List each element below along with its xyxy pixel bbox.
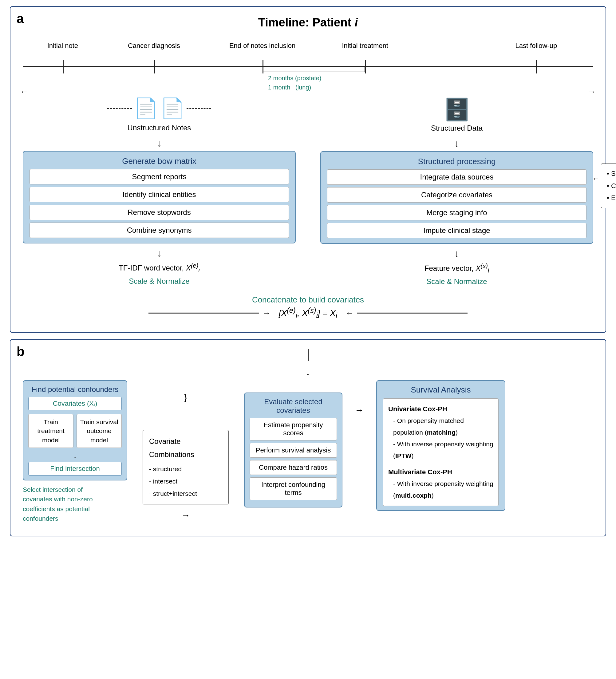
step-identify-entities: Identify clinical entities	[30, 187, 289, 202]
train-survival-box: Train survival outcome model	[76, 414, 122, 448]
iptw-bold: IPTW	[395, 452, 412, 459]
timeline-bracket	[262, 67, 365, 72]
col-left-b: Find potential confounders Covariates (X…	[23, 380, 127, 523]
arrow-to-survival: →	[355, 405, 364, 415]
bow-matrix-title: Generate bow matrix	[30, 157, 289, 166]
evaluate-box: Evaluate selected covariates Estimate pr…	[244, 392, 343, 508]
combo-item-2: - intersect	[149, 475, 222, 487]
arrow-to-feature: ↓	[454, 248, 459, 259]
step-segment-reports: Segment reports	[30, 169, 289, 185]
vertical-connector	[308, 349, 309, 361]
source-2: • CCR	[607, 180, 616, 192]
concat-right-arrow: →	[259, 308, 274, 318]
structured-box-wrapper: Structured processing Integrate data sou…	[320, 151, 593, 246]
col-survival-b: Survival Analysis Univariate Cox-PH - On…	[376, 380, 505, 511]
eval-step-2: Perform survival analysis	[250, 443, 337, 458]
timeline-arrow-right: →	[588, 87, 596, 97]
step-categorize: Categorize covariates	[327, 187, 586, 202]
sources-arrow: ←	[592, 174, 599, 183]
dotted-left	[107, 108, 132, 109]
tick-last-followup	[536, 60, 537, 73]
col-eval-b: Evaluate selected covariates Estimate pr…	[244, 392, 343, 508]
survival-sub-2: Multivariate Cox-PH	[388, 466, 493, 478]
eval-step-1: Estimate propensity scores	[250, 418, 337, 441]
arrow-to-structured: ↓	[454, 138, 459, 150]
b-main-row: Find potential confounders Covariates (X…	[23, 380, 593, 523]
scale-right: Scale & Normalize	[426, 277, 487, 286]
down-arrow-symbol: ↓	[306, 367, 310, 377]
label-last-followup: Last follow-up	[516, 41, 557, 51]
structured-data-label: Structured Data	[431, 124, 483, 132]
panel-a: a Timeline: Patient i ← → Initial note C…	[10, 6, 606, 333]
step-integrate: Integrate data sources	[327, 169, 586, 185]
tick-initial-note	[63, 60, 64, 73]
source-3: • EPIC	[607, 192, 616, 204]
panel-title: Timeline: Patient i	[23, 16, 593, 29]
notes-icon-row: 📄 📄	[107, 97, 211, 120]
covariates-bar: Covariates (Xᵢ)	[28, 397, 122, 410]
survival-title: Survival Analysis	[383, 385, 498, 395]
panel-b: b ↓ Find potential confounders Covariate…	[10, 339, 606, 537]
concat-formula: [X(e)i, X(s)i] = Xi	[274, 306, 342, 320]
db-icon: 🗄️	[444, 97, 470, 122]
step-remove-stopwords: Remove stopwords	[30, 205, 289, 220]
bow-matrix-box: Generate bow matrix Segment reports Iden…	[23, 151, 296, 244]
sources-box: • SCIRDB • CCR • EPIC	[601, 164, 616, 208]
panel-b-label: b	[17, 344, 25, 359]
combo-items: - structured - intersect - struct+inters…	[149, 463, 222, 500]
note-icon-2: 📄	[160, 97, 185, 120]
covariate-combo-box: Covariate Combinations - structured - in…	[142, 430, 229, 505]
tick-cancer-diagnosis	[154, 60, 155, 73]
label-initial-treatment: Initial treatment	[342, 41, 388, 51]
tfidf-output: TF-IDF word vector, X(e)i	[119, 262, 200, 274]
panel-title-italic: i	[355, 16, 358, 29]
multicoxph-bold: multi.coxph	[395, 492, 431, 499]
select-text: Select intersection of covariates with n…	[23, 485, 109, 523]
arrow-to-bow: ↓	[157, 138, 162, 149]
concat-arrow-row: → [X(e)i, X(s)i] = Xi ←	[23, 306, 593, 320]
diagram-columns: 📄 📄 Unstructured Notes ↓ Generate bow ma…	[23, 97, 593, 288]
panel-a-label: a	[17, 11, 24, 26]
concat-line-right	[357, 313, 467, 314]
concat-line-left	[149, 313, 259, 314]
concat-left-arrow: ←	[342, 308, 357, 318]
survival-content: Univariate Cox-PH - On propensity matche…	[383, 398, 498, 506]
timeline-arrow-left: ←	[20, 87, 28, 97]
find-intersection-bar: Find intersection	[28, 462, 122, 476]
train-treatment-box: Train treatment model	[28, 414, 73, 448]
survival-item-1: - On propensity matched population (matc…	[388, 415, 493, 438]
panel-connector	[23, 349, 593, 361]
arrow-to-intersection: ↓	[28, 452, 122, 460]
arrow-to-tfidf: ↓	[157, 248, 162, 259]
combo-item-1: - structured	[149, 463, 222, 475]
label-end-notes: End of notes inclusion	[229, 41, 295, 51]
col-mid-b: } Covariate Combinations - structured - …	[139, 392, 232, 520]
survival-item-2: - With inverse propensity weighting (IPT…	[388, 438, 493, 462]
train-row: Train treatment model Train survival out…	[28, 414, 122, 448]
combo-item-3: - struct+intersect	[149, 487, 222, 500]
label-cancer-diagnosis: Cancer diagnosis	[128, 41, 180, 51]
scale-left: Scale & Normalize	[129, 277, 189, 286]
concat-label: Concatenate to build covariates	[23, 295, 593, 304]
survival-item-3: - With inverse propensity weighting (mul…	[388, 478, 493, 501]
right-column: 🗄️ Structured Data ↓ Structured processi…	[320, 97, 593, 288]
tick-initial-treatment	[365, 60, 366, 73]
feature-output: Feature vector, X(s)i	[424, 262, 489, 274]
survival-box: Survival Analysis Univariate Cox-PH - On…	[376, 380, 505, 511]
structured-title: Structured processing	[327, 157, 586, 166]
bracket-label: 2 months (prostate) 1 month (lung)	[268, 73, 321, 92]
evaluate-title: Evaluate selected covariates	[250, 397, 337, 415]
step-merge-staging: Merge staging info	[327, 205, 586, 220]
dotted-right	[187, 108, 211, 109]
down-arrow-ab: ↓	[23, 367, 593, 377]
step-combine-synonyms: Combine synonyms	[30, 223, 289, 238]
confounders-title: Find potential confounders	[28, 385, 122, 394]
eval-step-4: Interpret confounding terms	[250, 477, 337, 500]
eval-step-3: Compare hazard ratios	[250, 460, 337, 475]
label-initial-note: Initial note	[47, 41, 78, 51]
left-to-combo-arrow: }	[184, 392, 187, 402]
structured-processing-box: Structured processing Integrate data sou…	[320, 151, 593, 244]
step-impute: Impute clinical stage	[327, 223, 586, 238]
source-1: • SCIRDB	[607, 167, 616, 180]
confounders-box: Find potential confounders Covariates (X…	[23, 380, 127, 480]
